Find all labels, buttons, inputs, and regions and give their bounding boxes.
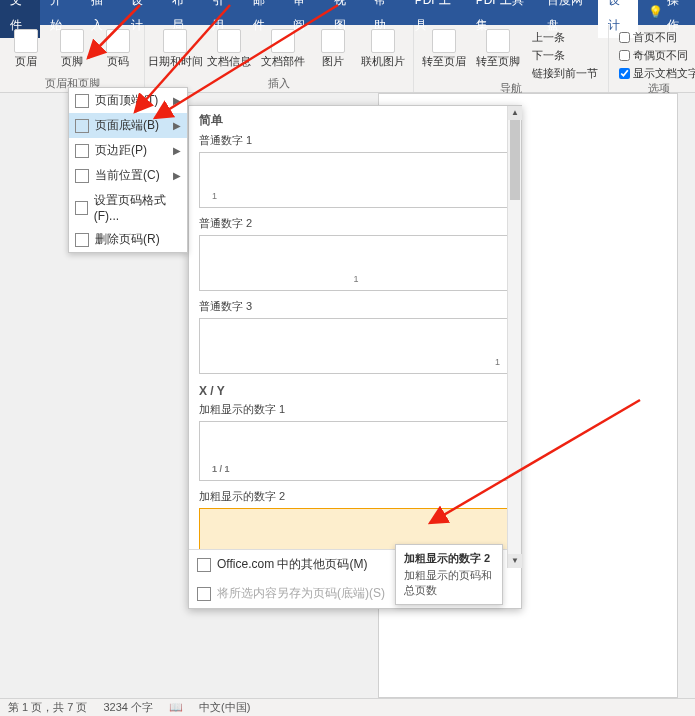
link-to-prev-link[interactable]: 链接到前一节 [532, 65, 598, 81]
menu-page-bottom-label: 页面底端(B) [95, 117, 159, 134]
quick-parts-button[interactable]: 文档部件 [257, 27, 309, 76]
scroll-down-icon[interactable]: ▼ [508, 554, 522, 568]
goto-header-label: 转至页眉 [422, 55, 466, 67]
gallery-section-xy: X / Y [191, 380, 521, 400]
previous-link[interactable]: 上一条 [532, 29, 598, 45]
picture-icon [321, 29, 345, 53]
menu-current-position-label: 当前位置(C) [95, 167, 160, 184]
odd-even-diff-check[interactable]: 奇偶页不同 [619, 47, 695, 63]
scrollbar-thumb[interactable] [510, 120, 520, 200]
goto-footer-label: 转至页脚 [476, 55, 520, 67]
header-label: 页眉 [15, 55, 37, 67]
chevron-right-icon: ▶ [173, 120, 181, 131]
tooltip: 加粗显示的数字 2 加粗显示的页码和总页数 [395, 544, 503, 605]
gallery-item-plain-2-label: 普通数字 2 [191, 214, 521, 233]
tooltip-body: 加粗显示的页码和总页数 [404, 568, 494, 598]
menu-page-margins[interactable]: 页边距(P)▶ [69, 138, 187, 163]
chevron-right-icon: ▶ [173, 95, 181, 106]
gallery-item-plain-3[interactable]: 1 [199, 318, 513, 374]
scroll-up-icon[interactable]: ▲ [508, 106, 522, 120]
footer-icon [60, 29, 84, 53]
menu-page-top[interactable]: 页面顶端(T)▶ [69, 88, 187, 113]
status-word-count[interactable]: 3234 个字 [103, 700, 153, 715]
header-button[interactable]: 页眉 [4, 27, 48, 76]
lightbulb-icon: 💡 [648, 0, 663, 25]
gallery-more-office-label: Office.com 中的其他页码(M) [217, 556, 367, 573]
goto-footer-button[interactable]: 转至页脚 [472, 27, 524, 81]
gallery-section-simple: 简单 [191, 108, 521, 131]
doc-info-label: 文档信息 [207, 55, 251, 67]
date-time-icon [163, 29, 187, 53]
status-language[interactable]: 中文(中国) [199, 700, 250, 715]
gallery-item-bold-1-label: 加粗显示的数字 1 [191, 400, 521, 419]
doc-info-icon [217, 29, 241, 53]
status-page[interactable]: 第 1 页，共 7 页 [8, 700, 87, 715]
goto-footer-icon [486, 29, 510, 53]
status-spellcheck-icon[interactable]: 📖 [169, 701, 183, 714]
date-time-button[interactable]: 日期和时间 [149, 27, 201, 76]
menu-page-top-label: 页面顶端(T) [95, 92, 158, 109]
online-picture-label: 联机图片 [361, 55, 405, 67]
gallery-item-plain-2[interactable]: 1 [199, 235, 513, 291]
menu-remove-label: 删除页码(R) [95, 231, 160, 248]
remove-page-icon [75, 233, 89, 247]
next-link[interactable]: 下一条 [532, 47, 598, 63]
footer-button[interactable]: 页脚 [50, 27, 94, 76]
status-bar: 第 1 页，共 7 页 3234 个字 📖 中文(中国) [0, 698, 695, 716]
page-number-menu: 页面顶端(T)▶ 页面底端(B)▶ 页边距(P)▶ 当前位置(C)▶ 设置页码格… [68, 87, 188, 253]
group-insert-label: 插入 [268, 76, 290, 92]
globe-icon [197, 558, 211, 572]
gallery-item-bold-2-label: 加粗显示的数字 2 [191, 487, 521, 506]
show-doc-text-check[interactable]: 显示文档文字 [619, 65, 695, 81]
odd-even-diff-label: 奇偶页不同 [633, 47, 688, 63]
first-page-diff-check[interactable]: 首页不同 [619, 29, 695, 45]
page-top-icon [75, 94, 89, 108]
menu-format-label: 设置页码格式(F)... [94, 192, 181, 223]
picture-label: 图片 [322, 55, 344, 67]
chevron-right-icon: ▶ [173, 170, 181, 181]
quick-parts-icon [271, 29, 295, 53]
page-number-label: 页码 [107, 55, 129, 67]
menu-format-page-numbers[interactable]: 设置页码格式(F)... [69, 188, 187, 227]
page-number-button[interactable]: 页码 [96, 27, 140, 76]
tooltip-title: 加粗显示的数字 2 [404, 551, 494, 566]
page-number-icon [106, 29, 130, 53]
current-position-icon [75, 169, 89, 183]
format-page-icon [75, 201, 88, 215]
first-page-diff-label: 首页不同 [633, 29, 677, 45]
gallery-save-selection-label: 将所选内容另存为页码(底端)(S) [217, 585, 385, 602]
gallery-item-plain-3-label: 普通数字 3 [191, 297, 521, 316]
online-picture-button[interactable]: 联机图片 [357, 27, 409, 76]
menu-current-position[interactable]: 当前位置(C)▶ [69, 163, 187, 188]
menu-page-bottom[interactable]: 页面底端(B)▶ [69, 113, 187, 138]
goto-header-button[interactable]: 转至页眉 [418, 27, 470, 81]
menu-page-margins-label: 页边距(P) [95, 142, 147, 159]
show-doc-text-label: 显示文档文字 [633, 65, 695, 81]
save-icon [197, 587, 211, 601]
quick-parts-label: 文档部件 [261, 55, 305, 67]
gallery-item-plain-1-label: 普通数字 1 [191, 131, 521, 150]
ribbon: 页眉 页脚 页码 页眉和页脚 日期和时间 文档信息 文档部件 图片 联机图片 插… [0, 25, 695, 93]
page-bottom-icon [75, 119, 89, 133]
picture-button[interactable]: 图片 [311, 27, 355, 76]
doc-info-button[interactable]: 文档信息 [203, 27, 255, 76]
footer-label: 页脚 [61, 55, 83, 67]
gallery-scroll[interactable]: 简单 普通数字 1 1 普通数字 2 1 普通数字 3 1 X / Y 加粗显示… [189, 106, 521, 549]
tab-bar: 文件 开始 插入 设计 布局 引用 邮件 审阅 视图 帮助 PDF工具 PDF工… [0, 0, 695, 25]
goto-header-icon [432, 29, 456, 53]
gallery-item-bold-2[interactable]: 1 / 1 [199, 508, 513, 549]
page-margins-icon [75, 144, 89, 158]
chevron-right-icon: ▶ [173, 145, 181, 156]
gallery-item-plain-1[interactable]: 1 [199, 152, 513, 208]
gallery-item-bold-1[interactable]: 1 / 1 [199, 421, 513, 481]
page-number-gallery: 简单 普通数字 1 1 普通数字 2 1 普通数字 3 1 X / Y 加粗显示… [188, 105, 522, 609]
menu-remove-page-numbers[interactable]: 删除页码(R) [69, 227, 187, 252]
gallery-scrollbar[interactable]: ▲ ▼ [507, 106, 521, 568]
date-time-label: 日期和时间 [148, 55, 203, 67]
online-picture-icon [371, 29, 395, 53]
header-icon [14, 29, 38, 53]
